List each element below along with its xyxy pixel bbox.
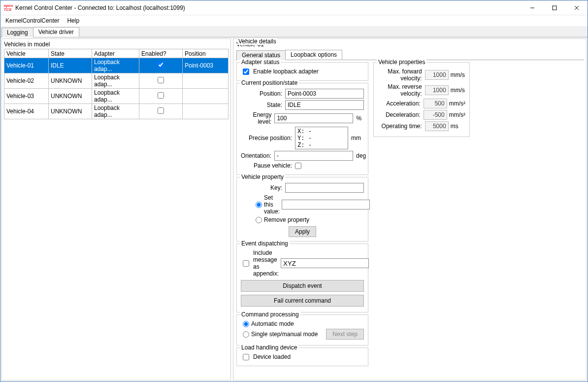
property-label: Deceleration:: [378, 111, 424, 118]
adapter-status-legend: Adapter status: [240, 59, 281, 66]
cell-enabled: [139, 89, 183, 104]
property-unit: mm/s²: [447, 100, 465, 107]
cell-vehicle: Vehicle-01: [4, 58, 49, 73]
pause-vehicle-checkbox[interactable]: [295, 163, 301, 169]
vehicles-table: Vehicle State Adapter Enabled? Position …: [4, 49, 229, 119]
close-button[interactable]: [565, 0, 588, 15]
apply-button[interactable]: Apply: [289, 226, 316, 237]
automatic-mode-radio[interactable]: [243, 321, 249, 327]
cell-enabled: [139, 73, 183, 89]
property-row: Deceleration:mm/s²: [378, 110, 465, 120]
orientation-unit: deg: [353, 152, 366, 159]
enabled-checkbox[interactable]: [158, 77, 164, 83]
property-label: Operating time:: [378, 123, 425, 130]
property-unit: mm/s²: [447, 111, 465, 118]
command-processing-group: Command processing Automatic mode Single…: [236, 314, 368, 346]
menu-kernelcontrolcenter[interactable]: KernelControlCenter: [2, 16, 62, 25]
tab-loopback-options[interactable]: Loopback options: [285, 50, 342, 60]
enabled-checkbox[interactable]: [158, 92, 164, 99]
cell-state: UNKNOWN: [49, 104, 92, 119]
position-label: Position:: [241, 90, 285, 97]
cell-state: UNKNOWN: [49, 89, 92, 104]
precise-position-input[interactable]: [295, 127, 348, 149]
appendix-input[interactable]: [281, 258, 369, 268]
table-row[interactable]: Vehicle-03UNKNOWNLoopback adap...: [4, 89, 229, 104]
table-header-row: Vehicle State Adapter Enabled? Position: [4, 49, 229, 58]
current-position-group: Current position/state Position: State: …: [236, 83, 368, 175]
table-row[interactable]: Vehicle-02UNKNOWNLoopback adap...: [4, 73, 229, 89]
fail-command-button[interactable]: Fail current command: [241, 295, 364, 307]
enable-loopback-checkbox[interactable]: [243, 69, 249, 75]
include-appendix-label: Include message as appendix:: [253, 249, 279, 277]
cell-adapter: Loopback adap...: [92, 73, 139, 89]
orientation-input[interactable]: [274, 151, 353, 161]
energy-unit: %: [353, 115, 364, 122]
key-label: Key:: [241, 184, 285, 191]
enabled-checkbox[interactable]: [158, 107, 164, 114]
state-label: State:: [241, 102, 285, 108]
enabled-checkbox[interactable]: [158, 62, 164, 68]
col-state[interactable]: State: [49, 49, 92, 58]
key-input[interactable]: [285, 183, 364, 193]
cell-position: [183, 73, 229, 89]
property-value: [425, 121, 449, 131]
command-processing-legend: Command processing: [240, 311, 300, 318]
cell-enabled: [139, 58, 183, 73]
load-handling-group: Load handling device Device loaded: [236, 347, 368, 366]
pause-vehicle-label: Pause vehicle:: [241, 162, 295, 169]
selected-vehicle-name: Vehicle-01: [236, 41, 584, 48]
content-area: Vehicles in model Vehicle State Adapter …: [0, 37, 588, 382]
vehicles-panel-title: Vehicles in model: [4, 41, 229, 48]
precise-position-label: Precise position:: [241, 135, 295, 141]
col-adapter[interactable]: Adapter: [92, 49, 139, 58]
property-value: [424, 99, 447, 108]
maximize-button[interactable]: [543, 0, 565, 15]
col-position[interactable]: Position: [183, 49, 229, 58]
property-row: Operating time:ms: [378, 121, 465, 131]
minimize-button[interactable]: [521, 0, 543, 15]
include-appendix-checkbox[interactable]: [243, 260, 249, 267]
window-title: Kernel Control Center - Connected to: Lo…: [15, 4, 521, 11]
cell-vehicle: Vehicle-03: [4, 89, 49, 104]
remove-property-radio[interactable]: [256, 217, 262, 223]
device-loaded-label: Device loaded: [253, 353, 291, 360]
table-row[interactable]: Vehicle-04UNKNOWNLoopback adap...: [4, 104, 229, 119]
details-outer: Vehicle details Vehicle-01 General statu…: [235, 41, 584, 368]
menu-help[interactable]: Help: [64, 16, 82, 25]
cell-adapter: Loopback adap...: [92, 58, 139, 73]
current-position-legend: Current position/state: [240, 79, 299, 86]
load-handling-legend: Load handling device: [240, 344, 298, 351]
dispatch-event-button[interactable]: Dispatch event: [241, 280, 364, 292]
cell-adapter: Loopback adap...: [92, 104, 139, 119]
col-vehicle[interactable]: Vehicle: [4, 49, 49, 58]
vehicle-properties-group: Vehicle properties Max. forward velocity…: [373, 62, 470, 137]
tab-logging[interactable]: Logging: [1, 28, 33, 37]
tab-vehicle-driver[interactable]: Vehicle driver: [33, 27, 79, 37]
property-value: [425, 70, 449, 80]
set-value-input[interactable]: [282, 200, 370, 209]
single-step-mode-radio[interactable]: [243, 331, 249, 338]
event-dispatching-group: Event dispatching Include message as app…: [236, 243, 368, 313]
property-label: Max. reverse velocity:: [378, 83, 425, 97]
state-input[interactable]: [285, 100, 364, 110]
vehicle-details-panel: Vehicle details Vehicle-01 General statu…: [233, 38, 587, 381]
vehicle-properties-legend: Vehicle properties: [377, 59, 426, 66]
precise-position-unit: mm: [348, 135, 364, 141]
property-row: Max. forward velocity:mm/s: [378, 68, 465, 82]
position-input[interactable]: [285, 89, 364, 99]
cell-vehicle: Vehicle-04: [4, 104, 49, 119]
device-loaded-checkbox[interactable]: [243, 354, 249, 360]
energy-input[interactable]: [274, 113, 353, 123]
property-unit: mm/s: [449, 87, 465, 94]
single-step-mode-label: Single step/manual mode: [251, 331, 318, 338]
property-unit: ms: [449, 123, 465, 130]
cell-state: IDLE: [49, 58, 92, 73]
adapter-status-group: Adapter status Enable loopback adapter: [236, 62, 368, 81]
table-row[interactable]: Vehicle-01IDLELoopback adap...Point-0003: [4, 58, 229, 73]
menubar: KernelControlCenter Help: [0, 15, 588, 26]
next-step-button[interactable]: Next step: [326, 329, 364, 340]
automatic-mode-label: Automatic mode: [251, 320, 294, 327]
cell-position: [183, 104, 229, 119]
set-value-radio[interactable]: [256, 202, 262, 208]
col-enabled[interactable]: Enabled?: [139, 49, 183, 58]
